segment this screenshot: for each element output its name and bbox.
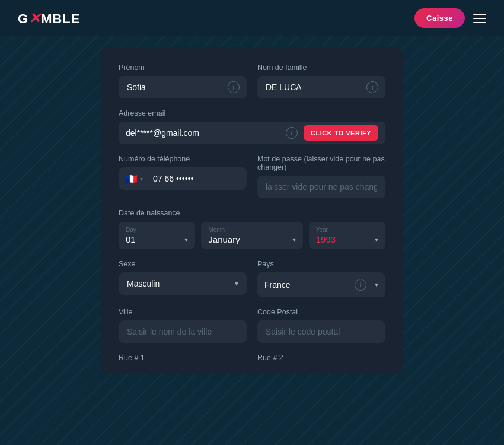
email-input[interactable] bbox=[126, 122, 280, 144]
sexe-label: Sexe bbox=[119, 260, 247, 268]
ville-group: Ville bbox=[119, 308, 247, 343]
nom-input-wrap: i bbox=[257, 76, 385, 98]
postal-group: Code Postal bbox=[257, 308, 385, 343]
menu-icon[interactable] bbox=[473, 14, 486, 23]
dob-day-value: 01 bbox=[126, 234, 136, 244]
prenom-label: Prénom bbox=[119, 63, 247, 72]
password-group: Mot de passe (laisser vide pour ne pas c… bbox=[257, 155, 385, 198]
dob-year-chevron-icon: ▾ bbox=[375, 236, 378, 244]
menu-line-3 bbox=[473, 22, 486, 23]
email-info-icon[interactable]: i bbox=[286, 127, 298, 139]
dob-year-inner: 1993 ▾ bbox=[316, 234, 378, 244]
caisse-button[interactable]: Caisse bbox=[414, 8, 465, 28]
dob-selects: Day 01 ▾ Month January ▾ Year 1993 ▾ bbox=[119, 222, 385, 249]
email-input-wrap: i CLICK TO VERIFY bbox=[119, 122, 385, 144]
pays-select[interactable]: France i ▾ bbox=[257, 272, 385, 297]
dob-month-select[interactable]: Month January ▾ bbox=[201, 222, 302, 249]
sexe-pays-row: Sexe Masculin ▾ Pays France i ▾ bbox=[119, 260, 385, 297]
header: G✕MBLE Caisse bbox=[0, 0, 504, 36]
dob-day-select[interactable]: Day 01 ▾ bbox=[119, 222, 195, 249]
phone-group: Numéro de téléphone 🇫🇷 ▾ bbox=[119, 155, 247, 198]
phone-input-wrap: 🇫🇷 ▾ bbox=[119, 167, 247, 190]
dob-month-label: Month bbox=[208, 227, 295, 233]
flag-emoji: 🇫🇷 bbox=[126, 173, 138, 185]
sexe-chevron-icon: ▾ bbox=[235, 279, 238, 288]
dob-month-inner: January ▾ bbox=[208, 234, 295, 244]
phone-label: Numéro de téléphone bbox=[119, 155, 247, 163]
dob-month-value: January bbox=[208, 234, 240, 244]
dob-row-group: Date de naissance Day 01 ▾ Month January… bbox=[119, 209, 385, 249]
prenom-input-wrap: i bbox=[119, 76, 247, 98]
ville-label: Ville bbox=[119, 308, 247, 316]
dob-year-label: Year bbox=[316, 227, 378, 233]
country-flag[interactable]: 🇫🇷 ▾ bbox=[126, 173, 143, 185]
dob-day-label: Day bbox=[126, 227, 188, 233]
flag-chevron-icon: ▾ bbox=[140, 176, 143, 182]
dob-year-select[interactable]: Year 1993 ▾ bbox=[309, 222, 385, 249]
postal-label: Code Postal bbox=[257, 308, 385, 316]
ville-postal-row: Ville Code Postal bbox=[119, 308, 385, 343]
menu-line-2 bbox=[473, 18, 486, 19]
prenom-info-icon[interactable]: i bbox=[228, 81, 240, 93]
pays-chevron-icon: ▾ bbox=[375, 281, 378, 289]
logo-x: ✕ bbox=[28, 10, 41, 26]
sexe-value: Masculin bbox=[127, 272, 235, 295]
password-input[interactable] bbox=[257, 176, 385, 198]
sexe-select[interactable]: Masculin ▾ bbox=[119, 272, 247, 295]
name-row: Prénom i Nom de famille i bbox=[119, 63, 385, 98]
form-card: Prénom i Nom de famille i Adresse email … bbox=[101, 47, 403, 374]
ville-input[interactable] bbox=[119, 320, 247, 343]
rue1-label: Rue # 1 bbox=[119, 354, 247, 362]
dob-day-chevron-icon: ▾ bbox=[184, 236, 188, 244]
dob-year-value: 1993 bbox=[316, 234, 336, 244]
header-right: Caisse bbox=[414, 8, 486, 28]
phone-divider bbox=[148, 173, 148, 184]
rue-row: Rue # 1 Rue # 2 bbox=[119, 354, 385, 362]
prenom-group: Prénom i bbox=[119, 63, 247, 98]
phone-input[interactable] bbox=[153, 167, 240, 190]
rue2-group: Rue # 2 bbox=[257, 354, 385, 362]
nom-info-icon[interactable]: i bbox=[366, 81, 378, 93]
phone-password-row: Numéro de téléphone 🇫🇷 ▾ Mot de passe (l… bbox=[119, 155, 385, 198]
verify-button[interactable]: CLICK TO VERIFY bbox=[304, 125, 378, 141]
sexe-group: Sexe Masculin ▾ bbox=[119, 260, 247, 297]
menu-line-1 bbox=[473, 14, 486, 15]
nom-label: Nom de famille bbox=[257, 63, 385, 72]
pays-label: Pays bbox=[257, 260, 385, 268]
email-row-group: Adresse email i CLICK TO VERIFY bbox=[119, 109, 385, 144]
email-group: Adresse email i CLICK TO VERIFY bbox=[119, 109, 385, 144]
pays-value: France bbox=[264, 280, 350, 290]
email-label: Adresse email bbox=[119, 109, 385, 117]
dob-day-inner: 01 ▾ bbox=[126, 234, 188, 244]
postal-input[interactable] bbox=[257, 320, 385, 343]
dob-month-chevron-icon: ▾ bbox=[292, 236, 296, 244]
pays-group: Pays France i ▾ bbox=[257, 260, 385, 297]
rue1-group: Rue # 1 bbox=[119, 354, 247, 362]
rue2-label: Rue # 2 bbox=[257, 354, 385, 362]
logo-text: G✕MBLE bbox=[18, 10, 80, 27]
pays-info-icon[interactable]: i bbox=[355, 279, 366, 291]
dob-label: Date de naissance bbox=[119, 209, 385, 217]
password-label: Mot de passe (laisser vide pour ne pas c… bbox=[257, 155, 385, 171]
logo: G✕MBLE bbox=[18, 10, 80, 27]
nom-group: Nom de famille i bbox=[257, 63, 385, 98]
